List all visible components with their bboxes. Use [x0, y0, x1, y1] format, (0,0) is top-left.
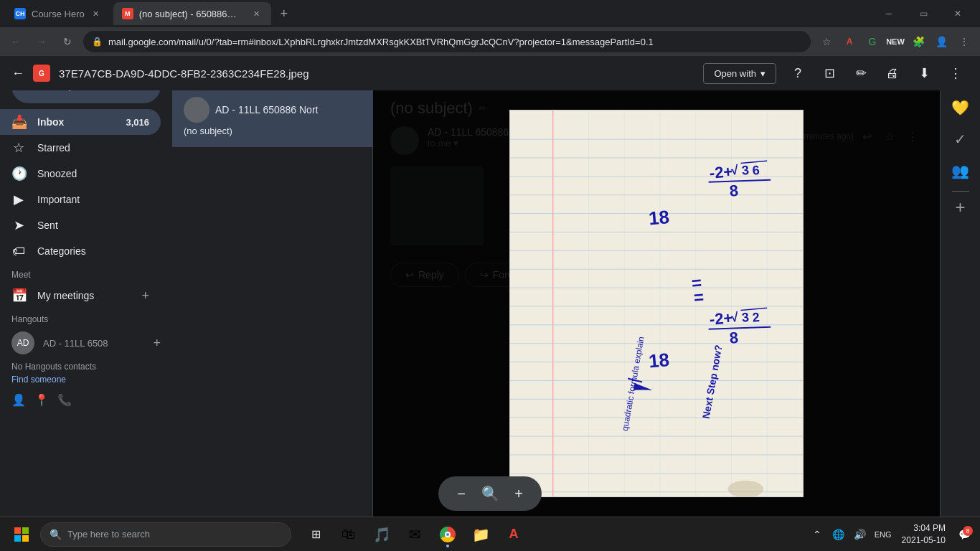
clock-date: 2021-05-10	[902, 534, 946, 547]
hangouts-action-icons: 👤 📍 📞	[0, 385, 172, 415]
volume-icon[interactable]: 🔊	[850, 524, 870, 545]
taskbar-store-app[interactable]: 🛍	[333, 519, 364, 550]
zoom-out-button[interactable]: −	[450, 482, 473, 505]
tasks-sidebar-icon[interactable]: ✓	[946, 125, 975, 154]
open-with-button[interactable]: Open with ▾	[703, 63, 776, 84]
menu-icon[interactable]: ⋮	[954, 32, 974, 52]
email-list: ← ▦ ⚑ 🗑 1 of 5,021 ‹ › AD - 11LL 650886 …	[172, 56, 373, 517]
taskbar: 🔍 Type here to search ⊞ 🛍 🎵 ✉ 📁 A	[0, 517, 980, 551]
sidebar-item-meetings[interactable]: 📅 My meetings +	[0, 283, 161, 309]
slideshow-button[interactable]: ⊡	[816, 60, 842, 86]
network-icon[interactable]: 🌐	[829, 524, 849, 545]
taskbar-explorer-app[interactable]: 📁	[465, 519, 496, 550]
tab-gmail-close[interactable]: ✕	[251, 8, 263, 19]
location-icon[interactable]: 📍	[34, 393, 49, 407]
print-overlay-button[interactable]: 🖨	[880, 60, 905, 86]
tab-course-hero-label: Course Hero	[32, 9, 85, 19]
important-label: Important	[37, 194, 149, 205]
reload-button[interactable]: ↻	[57, 32, 77, 52]
starred-icon: ☆	[11, 140, 26, 156]
taskbar-chrome-app[interactable]	[432, 519, 463, 550]
language-indicator[interactable]: ENG	[873, 524, 893, 545]
translate-icon[interactable]: G	[862, 32, 882, 52]
minimize-button[interactable]: ─	[872, 2, 905, 25]
back-button[interactable]: ←	[6, 32, 26, 52]
search-icon: 🔍	[50, 529, 62, 540]
annotate-button[interactable]: ✏	[848, 60, 874, 86]
notification-button[interactable]: 💬 8	[954, 524, 974, 545]
url-bar[interactable]: 🔒 mail.google.com/mail/u/0/?tab=rm#inbox…	[83, 31, 811, 52]
download-overlay-button[interactable]: ⬇	[911, 60, 937, 86]
sidebar-divider	[952, 191, 969, 192]
forward-button[interactable]: →	[32, 32, 52, 52]
system-clock[interactable]: 3:04 PM 2021-05-10	[896, 522, 951, 547]
tab-bar: CH Course Hero ✕ M (no subject) - 650886…	[0, 0, 980, 27]
sidebar-item-snoozed[interactable]: 🕐 Snoozed	[0, 161, 161, 187]
main-area: ✎ Compose 📥 Inbox 3,016 ☆ Starred 🕐 Snoo…	[0, 56, 980, 517]
gmail-sidebar: ✎ Compose 📥 Inbox 3,016 ☆ Starred 🕐 Snoo…	[0, 56, 172, 517]
sidebar-item-important[interactable]: ▶ Important	[0, 187, 161, 212]
zoom-icon: 🔍	[479, 482, 501, 505]
maximize-button[interactable]: ▭	[907, 2, 940, 25]
image-overlay-header: ← G 37E7A7CB-DA9D-4DDC-8FB2-2363C234FE28…	[0, 56, 980, 90]
new-tab-button[interactable]: +	[274, 4, 294, 24]
notification-count: 8	[963, 526, 973, 536]
start-button[interactable]	[6, 519, 37, 550]
close-button[interactable]: ✕	[941, 2, 974, 25]
add-meeting-icon[interactable]: +	[141, 288, 149, 303]
keep-sidebar-icon[interactable]: 💛	[946, 93, 975, 122]
zoom-in-button[interactable]: +	[507, 482, 530, 505]
chrome-active-indicator	[446, 545, 449, 547]
acrobat-icon[interactable]: A	[839, 32, 859, 52]
phone-icon[interactable]: 📞	[57, 393, 72, 407]
my-meetings-label: My meetings	[37, 290, 130, 301]
no-contacts-text: No Hangouts contacts	[0, 359, 172, 375]
contacts-sidebar-icon[interactable]: 👥	[946, 156, 975, 185]
more-overlay-button[interactable]: ⋮	[943, 60, 969, 86]
bookmark-icon[interactable]: ☆	[816, 32, 837, 52]
svg-text:-2+: -2+	[709, 162, 733, 182]
inbox-badge: 3,016	[126, 117, 149, 128]
add-sidebar-app-button[interactable]: +	[955, 197, 965, 217]
taskbar-mail-app[interactable]: ✉	[399, 519, 430, 550]
sidebar-item-starred[interactable]: ☆ Starred	[0, 135, 161, 161]
url-text: mail.google.com/mail/u/0/?tab=rm#inbox/L…	[108, 37, 802, 47]
tab-gmail-label: (no subject) - 650886@pdsb.net	[139, 9, 245, 19]
sidebar-item-inbox[interactable]: 📥 Inbox 3,016	[0, 109, 161, 135]
sidebar-item-categories[interactable]: 🏷 Categories	[0, 238, 161, 264]
sidebar-item-sent[interactable]: ➤ Sent	[0, 212, 161, 238]
important-icon: ▶	[11, 192, 26, 207]
taskbar-spotify-app[interactable]: 🎵	[366, 519, 397, 550]
taskbar-acrobat-app[interactable]: A	[498, 519, 529, 550]
taskbar-search-box[interactable]: 🔍 Type here to search	[40, 522, 291, 547]
taskview-button[interactable]: ⊞	[300, 519, 331, 550]
tab-gmail[interactable]: M (no subject) - 650886@pdsb.net ✕	[113, 2, 271, 25]
hangout-user-item[interactable]: AD AD - 11LL 6508 +	[0, 327, 172, 359]
add-hangout-icon[interactable]: +	[153, 336, 161, 351]
gmail-favicon: M	[122, 8, 133, 19]
inbox-icon: 📥	[11, 114, 26, 130]
toolbar-icons: ☆ A G NEW 🧩 👤 ⋮	[816, 32, 974, 52]
search-placeholder-text: Type here to search	[67, 529, 150, 540]
extensions-icon[interactable]: 🧩	[908, 32, 928, 52]
tab-course-hero-close[interactable]: ✕	[90, 8, 102, 19]
tray-up-arrow[interactable]: ⌃	[807, 524, 827, 545]
explorer-icon: 📁	[472, 526, 490, 543]
svg-text:18: 18	[648, 349, 670, 371]
extension-new-icon[interactable]: NEW	[885, 32, 905, 52]
person-icon[interactable]: 👤	[11, 393, 26, 407]
email-subject-preview: (no subject)	[184, 126, 361, 136]
hangouts-section-header: Hangouts	[0, 309, 172, 327]
email-item[interactable]: AD - 11LL 650886 Nort (no subject)	[172, 88, 372, 147]
course-hero-favicon: CH	[14, 8, 26, 19]
svg-text:2: 2	[752, 310, 760, 325]
tab-course-hero[interactable]: CH Course Hero ✕	[6, 2, 110, 25]
overlay-back-button[interactable]: ←	[11, 66, 24, 81]
help-overlay-button[interactable]: ?	[785, 60, 811, 86]
spotify-icon: 🎵	[373, 526, 391, 543]
find-someone-link[interactable]: Find someone	[0, 375, 172, 385]
svg-text:6: 6	[752, 163, 760, 178]
profile-icon[interactable]: 👤	[931, 32, 951, 52]
image-zoom-controls: − 🔍 +	[438, 476, 542, 511]
taskbar-apps: ⊞ 🛍 🎵 ✉ 📁 A	[300, 519, 529, 550]
